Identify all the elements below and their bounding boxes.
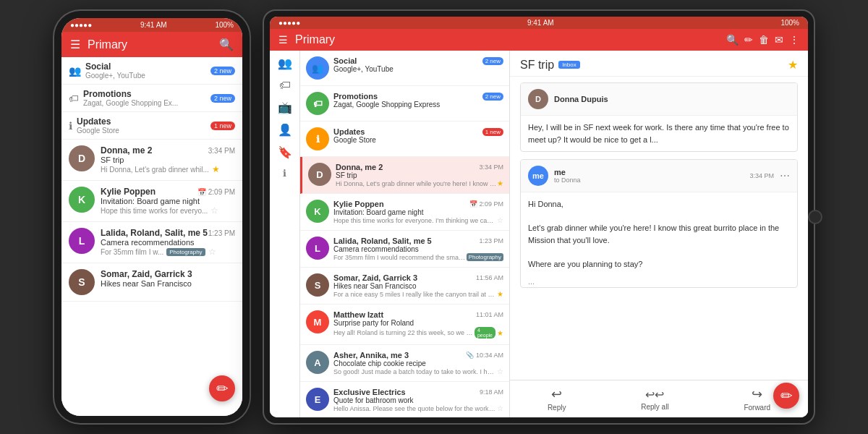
message-ellipsis: ... (521, 276, 797, 287)
star-icon[interactable]: ★ (212, 164, 220, 174)
category-updates[interactable]: ℹ Updates Google Store 1 new (61, 112, 242, 140)
star-icon[interactable]: ★ (497, 329, 503, 337)
delete-icon[interactable]: 🗑 (759, 34, 769, 46)
category-promotions[interactable]: 🏷 Promotions Zagat, Google Shopping Ex..… (61, 85, 242, 112)
email-content: Donna, me 2 3:34 PM SF trip Hi Donna, Le… (101, 145, 235, 174)
detail-actions: ↩ Reply ↩↩ Reply all ↪ Forward (510, 380, 808, 417)
nav-promotions-icon[interactable]: 🏷 (279, 79, 291, 92)
email-subject: SF trip (336, 171, 503, 179)
mail-icon[interactable]: ✉ (775, 34, 783, 46)
inbox-badge: Inbox (558, 61, 580, 69)
menu-icon[interactable]: ☰ (70, 38, 80, 51)
reply-button[interactable]: ↩ Reply (548, 386, 566, 412)
star-icon[interactable]: ★ (497, 179, 503, 187)
list-item[interactable]: S Somar, Zaid, Garrick 3 11:56 AM Hikes … (300, 268, 509, 305)
category-promotions-row[interactable]: 🏷 Promotions 2 new Zagat, Google Shoppin… (300, 86, 509, 122)
message-more-icon[interactable]: ⋯ (780, 170, 790, 182)
tablet-home-button[interactable] (808, 210, 822, 224)
avatar: K (69, 187, 95, 213)
nav-people-icon[interactable]: 👤 (278, 123, 292, 137)
category-sub: Google+, YouTube (333, 65, 503, 73)
email-preview: Hope this time works for everyone. I'm t… (333, 217, 497, 224)
search-icon[interactable]: 🔍 (219, 38, 234, 51)
email-preview: Hey all! Roland is turning 22 this week,… (333, 329, 473, 336)
list-item[interactable]: E Exclusive Electrics 9:18 AM Quote for … (300, 382, 509, 417)
header-actions: 🔍 ✏ 🗑 ✉ ⋮ (726, 34, 799, 46)
email-time: 11:56 AM (476, 274, 503, 281)
email-thread: D Donna Dupuis Hey, I will be in SF next… (510, 77, 808, 380)
email-content: Kylie Poppen 📅 2:09 PM Invitation: Board… (101, 187, 235, 216)
category-promotions-sub: Zagat, Google Shopping Ex... (83, 99, 203, 107)
more-icon[interactable]: ⋮ (789, 34, 799, 46)
sender-name: Promotions (333, 92, 378, 101)
photography-tag: Photography (166, 248, 205, 256)
list-item[interactable]: D Donna, me 2 3:34 PM SF trip Hi Donna, … (61, 140, 242, 181)
tablet-signal: ●●●●● (278, 19, 300, 27)
email-preview: For a nice easy 5 miles I really like th… (333, 291, 497, 298)
star-icon[interactable]: ☆ (497, 216, 503, 224)
star-icon[interactable]: ☆ (208, 247, 216, 257)
category-social-row[interactable]: 👥 Social 2 new Google+, YouTube (300, 51, 509, 86)
sender-name: Kylie Poppen (333, 200, 384, 208)
list-item[interactable]: L Lalida, Roland, Salit, me 5 1:23 PM Ca… (300, 231, 509, 268)
nav-labels-icon[interactable]: 🔖 (278, 145, 292, 159)
tablet-time: 9:41 AM (527, 19, 554, 27)
avatar: M (306, 310, 329, 333)
social-badge: 2 new (210, 67, 235, 75)
photography-tag: Photography (467, 253, 503, 261)
email-subject: Invitation: Board game night (333, 208, 503, 216)
list-item[interactable]: D Donna, me 2 3:34 PM SF trip Hi Donna, … (300, 157, 509, 194)
reply-all-button[interactable]: ↩↩ Reply all (641, 388, 668, 411)
compose-icon[interactable]: ✏ (744, 34, 753, 46)
tablet-screen: ●●●●● 9:41 AM 100% ☰ Primary 🔍 ✏ 🗑 ✉ ⋮ 👥… (270, 17, 808, 417)
email-preview: For 35mm film I would recommend the smal… (333, 254, 467, 261)
category-updates-name: Updates (77, 116, 203, 127)
star-icon[interactable]: ☆ (497, 404, 503, 412)
phone-email-list: 👥 Social Google+, YouTube 2 new 🏷 Promot… (61, 57, 242, 416)
sender-name: Donna, me 2 (101, 145, 152, 156)
email-content: Promotions 2 new Zagat, Google Shopping … (333, 92, 503, 109)
nav-info-icon[interactable]: ℹ (283, 168, 286, 179)
avatar: me (528, 166, 548, 186)
menu-icon[interactable]: ☰ (278, 34, 288, 46)
email-content: Social 2 new Google+, YouTube (333, 56, 503, 73)
category-updates-row[interactable]: ℹ Updates 1 new Google Store (300, 122, 509, 157)
phone-header-title: Primary (88, 38, 212, 51)
email-content: Donna, me 2 3:34 PM SF trip Hi Donna, Le… (336, 163, 503, 187)
updates-icon: ℹ (69, 120, 72, 132)
search-icon[interactable]: 🔍 (726, 34, 739, 46)
category-social[interactable]: 👥 Social Google+, YouTube 2 new (61, 57, 242, 85)
list-item[interactable]: K Kylie Poppen 📅 2:09 PM Invitation: Boa… (300, 194, 509, 231)
detail-star-icon[interactable]: ★ (788, 58, 798, 72)
email-subject: Hikes near San Francisco (333, 282, 503, 290)
email-content: Somar, Zaid, Garrick 3 11:56 AM Hikes ne… (333, 273, 503, 298)
list-item[interactable]: S Somar, Zaid, Garrick 3 Hikes near San … (61, 263, 242, 302)
nav-updates-icon[interactable]: 📺 (278, 101, 292, 114)
list-item[interactable]: K Kylie Poppen 📅 2:09 PM Invitation: Boa… (61, 181, 242, 222)
email-time: 9:18 AM (480, 388, 503, 396)
tablet-nav: 👥 🏷 📺 👤 🔖 ℹ (270, 51, 300, 417)
list-item[interactable]: L Lalida, Roland, Salit, me 5 1:23 PM Ca… (61, 222, 242, 263)
forward-button[interactable]: ↪ Forward (744, 386, 770, 412)
star-icon[interactable]: ★ (497, 290, 503, 298)
star-icon[interactable]: ☆ (210, 205, 218, 216)
email-subject: Invitation: Board game night (101, 197, 235, 205)
badge: 2 new (482, 57, 503, 65)
updates-badge: 1 new (210, 122, 235, 130)
nav-primary-icon[interactable]: 👥 (278, 56, 292, 70)
email-time: 11:01 AM (476, 311, 503, 318)
compose-fab[interactable]: ✏ (209, 375, 235, 401)
list-item[interactable]: M Matthew Izatt 11:01 AM Surprise party … (300, 305, 509, 345)
avatar: D (69, 145, 95, 171)
email-subject: Surprise party for Roland (333, 319, 503, 327)
email-content: Lalida, Roland, Salit, me 5 1:23 PM Came… (101, 228, 235, 257)
reply-all-label: Reply all (641, 403, 668, 411)
email-content: Exclusive Electrics 9:18 AM Quote for ba… (333, 388, 503, 412)
phone-screen: ●●●●● 9:41 AM 100% ☰ Primary 🔍 👥 Social … (61, 18, 242, 416)
list-item[interactable]: A Asher, Annika, me 3 📎 10:34 AM Chocola… (300, 345, 509, 382)
email-preview: Hi Donna, Let's grab dinner while you're… (336, 180, 497, 187)
detail-title: SF trip (520, 59, 554, 72)
tablet-compose-fab[interactable]: ✏ (773, 383, 799, 409)
tablet-status-bar: ●●●●● 9:41 AM 100% (270, 17, 808, 29)
star-icon[interactable]: ☆ (497, 367, 503, 375)
